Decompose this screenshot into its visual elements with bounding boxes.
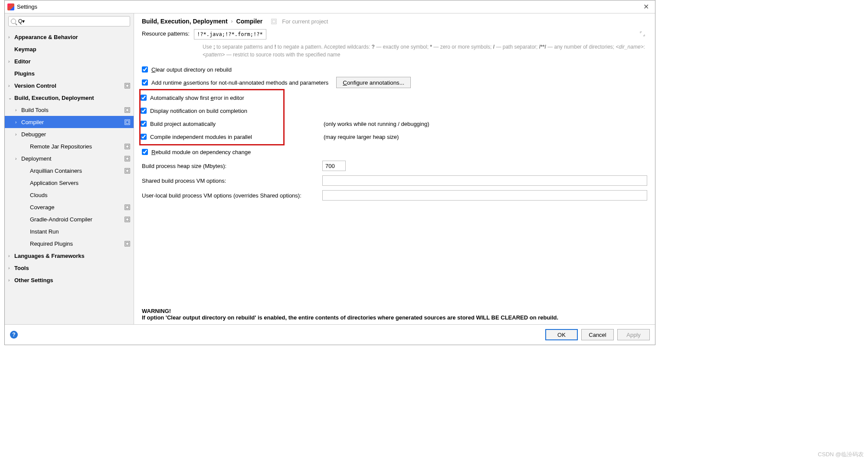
body: ›Appearance & BehaviorKeymap›EditorPlugi… <box>5 13 655 325</box>
tree-item-label: Editor <box>14 58 134 65</box>
tree-item-clouds[interactable]: Clouds <box>5 189 134 201</box>
svg-rect-14 <box>125 217 130 221</box>
cb-clear-output[interactable] <box>142 66 148 72</box>
settings-window: Settings ✕ ›Appearance & BehaviorKeymap›… <box>4 0 655 345</box>
project-icon <box>124 144 130 149</box>
svg-rect-2 <box>125 107 130 112</box>
tree-item-coverage[interactable]: Coverage <box>5 201 134 213</box>
tree-item-label: Gradle-Android Compiler <box>30 216 124 223</box>
chevron-icon: ⌄ <box>8 95 14 100</box>
tree-item-arquillian-containers[interactable]: Arquillian Containers <box>5 165 134 177</box>
chevron-icon: › <box>15 108 21 112</box>
project-icon <box>271 19 277 24</box>
chevron-icon: › <box>15 132 21 137</box>
tree-item-label: Arquillian Containers <box>30 168 124 174</box>
tree-item-build-tools[interactable]: ›Build Tools <box>5 104 134 116</box>
tree-item-label: Instant Run <box>30 228 134 235</box>
shared-vm-input[interactable] <box>322 175 647 186</box>
tree-item-label: Build Tools <box>21 107 124 113</box>
tree-item-label: Version Control <box>14 82 124 89</box>
crumb-parent[interactable]: Build, Execution, Deployment <box>142 18 228 25</box>
ok-button[interactable]: OK <box>545 329 578 340</box>
configure-annotations-button[interactable]: Configure annotations... <box>336 77 411 88</box>
project-icon <box>124 217 130 222</box>
tree-item-label: Build, Execution, Deployment <box>14 95 134 101</box>
chevron-icon: › <box>8 254 14 258</box>
cb-clear-output-row: Clear output directory on rebuild <box>142 63 647 76</box>
tree-item-other-settings[interactable]: ›Other Settings <box>5 274 134 286</box>
expand-icon[interactable] <box>639 31 645 37</box>
tree-item-label: Application Servers <box>30 180 134 186</box>
chevron-icon: › <box>8 59 14 64</box>
svg-rect-0 <box>125 83 130 88</box>
cb-show-first-error[interactable] <box>141 95 147 101</box>
user-vm-label: User-local build process VM options (ove… <box>142 192 322 199</box>
help-icon[interactable]: ? <box>10 331 18 339</box>
tree-item-label: Coverage <box>30 204 124 211</box>
tree-item-label: Compiler <box>21 119 124 125</box>
heap-size-label: Build process heap size (Mbytes): <box>142 163 322 169</box>
svg-rect-3 <box>126 109 129 112</box>
tree-item-version-control[interactable]: ›Version Control <box>5 79 134 92</box>
tree-item-remote-jar-repositories[interactable]: Remote Jar Repositories <box>5 140 134 152</box>
apply-button[interactable]: Apply <box>617 329 650 340</box>
tree-item-required-plugins[interactable]: Required Plugins <box>5 237 134 250</box>
warning-block: WARNING! If option 'Clear output directo… <box>142 308 647 321</box>
project-icon <box>124 241 130 247</box>
chevron-icon: › <box>8 266 14 270</box>
tree-item-editor[interactable]: ›Editor <box>5 55 134 67</box>
svg-rect-4 <box>125 119 130 124</box>
svg-rect-19 <box>273 20 276 23</box>
tree-item-plugins[interactable]: Plugins <box>5 67 134 79</box>
tree-item-label: Languages & Frameworks <box>14 253 134 259</box>
tree-item-deployment[interactable]: ›Deployment <box>5 152 134 165</box>
tree-item-keymap[interactable]: Keymap <box>5 43 134 55</box>
tree-item-build-execution-deployment[interactable]: ⌄Build, Execution, Deployment <box>5 92 134 104</box>
app-icon <box>7 3 14 10</box>
note-auto: (only works while not running / debuggin… <box>324 121 429 127</box>
tree-item-application-servers[interactable]: Application Servers <box>5 177 134 189</box>
resource-patterns-help: Use ; to separate patterns and ! to nega… <box>203 43 647 59</box>
tree-item-label: Tools <box>14 265 134 271</box>
svg-rect-7 <box>126 145 129 148</box>
sidebar: ›Appearance & BehaviorKeymap›EditorPlugi… <box>5 13 134 324</box>
tree-item-debugger[interactable]: ›Debugger <box>5 128 134 140</box>
tree-item-label: Deployment <box>21 155 124 162</box>
resource-patterns-input[interactable] <box>194 29 266 40</box>
settings-tree[interactable]: ›Appearance & BehaviorKeymap›EditorPlugi… <box>5 29 134 324</box>
tree-item-instant-run[interactable]: Instant Run <box>5 225 134 237</box>
cb-rebuild-on-dep-change[interactable] <box>142 149 148 155</box>
chevron-icon: › <box>15 120 21 125</box>
cb-runtime-assertions[interactable] <box>142 79 148 86</box>
project-icon <box>124 168 130 174</box>
search-input[interactable] <box>8 16 130 26</box>
chevron-icon: › <box>8 83 14 88</box>
cb-compile-parallel[interactable] <box>141 134 147 140</box>
tree-item-languages-frameworks[interactable]: ›Languages & Frameworks <box>5 250 134 262</box>
cancel-button[interactable]: Cancel <box>581 329 614 340</box>
shared-vm-label: Shared build process VM options: <box>142 178 322 184</box>
user-vm-input[interactable] <box>322 190 647 201</box>
tree-item-tools[interactable]: ›Tools <box>5 262 134 274</box>
tree-item-compiler[interactable]: ›Compiler <box>5 116 134 128</box>
cb-display-notification[interactable] <box>141 108 147 114</box>
cb-runtime-assertions-row: Add runtime assertions for not-null-anno… <box>142 76 647 89</box>
svg-rect-16 <box>125 241 130 246</box>
tree-item-appearance-behavior[interactable]: ›Appearance & Behavior <box>5 31 134 43</box>
search-icon <box>11 19 16 24</box>
tree-item-gradle-android-compiler[interactable]: Gradle-Android Compiler <box>5 213 134 225</box>
cb-build-automatically[interactable] <box>141 121 147 127</box>
note-parallel: (may require larger heap size) <box>324 134 399 140</box>
close-icon[interactable]: ✕ <box>640 3 652 11</box>
highlight-box: Automatically show first error in editor… <box>139 89 285 145</box>
heap-size-input[interactable] <box>322 161 346 171</box>
svg-rect-6 <box>125 144 130 148</box>
tree-item-label: Other Settings <box>14 277 134 283</box>
chevron-right-icon: › <box>231 18 233 24</box>
svg-rect-15 <box>126 218 129 221</box>
svg-rect-10 <box>125 168 130 173</box>
project-icon <box>124 107 130 113</box>
window-title: Settings <box>17 3 37 10</box>
resource-patterns-label: Resource patterns: <box>142 29 194 37</box>
tree-item-label: Remote Jar Repositories <box>30 143 124 150</box>
